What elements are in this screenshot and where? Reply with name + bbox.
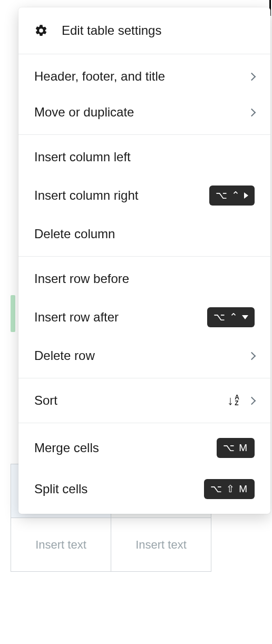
keyboard-shortcut: ⌥ M	[217, 438, 255, 458]
menu-item-insert-row-after[interactable]: Insert row after ⌥ ⌃	[18, 297, 270, 338]
keyboard-shortcut: ⌥ ⇧ M	[204, 479, 255, 499]
menu-group: Insert column left Insert column right ⌥…	[18, 135, 270, 257]
keyboard-shortcut: ⌥ ⌃	[209, 186, 255, 206]
arrow-right-icon	[244, 192, 248, 199]
selection-strip	[11, 295, 15, 332]
menu-item-insert-row-before[interactable]: Insert row before	[18, 261, 270, 297]
menu-item-move-duplicate[interactable]: Move or duplicate	[18, 94, 270, 130]
menu-group: Sort ↓ AZ	[18, 378, 270, 423]
keyboard-shortcut: ⌥ ⌃	[207, 307, 255, 327]
chevron-right-icon	[248, 352, 256, 360]
shift-key-icon: ⇧	[226, 483, 236, 495]
menu-item-label: Header, footer, and title	[34, 69, 165, 84]
chevron-right-icon	[248, 72, 256, 81]
menu-item-label: Insert column left	[34, 150, 131, 164]
placeholder-text: Insert text	[135, 538, 187, 551]
menu-item-insert-col-right[interactable]: Insert column right ⌥ ⌃	[18, 175, 270, 216]
menu-item-delete-row[interactable]: Delete row	[18, 338, 270, 374]
menu-item-sort[interactable]: Sort ↓ AZ	[18, 383, 270, 418]
menu-item-label: Delete row	[34, 348, 95, 363]
option-key-icon: ⌥	[216, 189, 228, 201]
menu-group: Merge cells ⌥ M Split cells ⌥ ⇧ M	[18, 423, 270, 514]
arrow-down-icon	[242, 315, 248, 319]
menu-title: Edit table settings	[62, 23, 161, 38]
chevron-right-icon	[248, 396, 256, 405]
menu-item-split-cells[interactable]: Split cells ⌥ ⇧ M	[18, 469, 270, 510]
menu-item-label: Sort	[34, 393, 57, 408]
chevron-right-icon	[248, 108, 256, 116]
menu-item-insert-col-left[interactable]: Insert column left	[18, 139, 270, 175]
control-key-icon: ⌃	[231, 189, 241, 201]
menu-item-merge-cells[interactable]: Merge cells ⌥ M	[18, 427, 270, 469]
menu-item-label: Insert column right	[34, 188, 138, 203]
option-key-icon: ⌥	[213, 311, 226, 323]
menu-item-label: Insert row after	[34, 310, 119, 325]
table-cell[interactable]: Insert text	[11, 518, 111, 572]
menu-group: Header, footer, and title Move or duplic…	[18, 54, 270, 135]
control-key-icon: ⌃	[229, 311, 239, 323]
menu-item-delete-col[interactable]: Delete column	[18, 216, 270, 252]
shortcut-letter: M	[239, 442, 248, 454]
sort-az-icon: ↓ AZ	[227, 394, 239, 407]
shortcut-letter: M	[239, 483, 248, 495]
menu-item-header-footer-title[interactable]: Header, footer, and title	[18, 58, 270, 94]
menu-item-label: Merge cells	[34, 441, 99, 455]
table-settings-menu: Edit table settings Header, footer, and …	[18, 7, 270, 514]
menu-title-row: Edit table settings	[18, 7, 270, 54]
menu-item-label: Delete column	[34, 227, 115, 241]
menu-group: Insert row before Insert row after ⌥ ⌃ D…	[18, 257, 270, 378]
menu-item-label: Insert row before	[34, 271, 129, 286]
option-key-icon: ⌥	[210, 483, 223, 495]
option-key-icon: ⌥	[223, 442, 236, 454]
table-cell[interactable]: Insert text	[111, 518, 211, 572]
menu-item-label: Move or duplicate	[34, 105, 134, 120]
placeholder-text: Insert text	[35, 538, 86, 551]
gear-icon	[34, 24, 48, 37]
menu-item-label: Split cells	[34, 482, 88, 496]
